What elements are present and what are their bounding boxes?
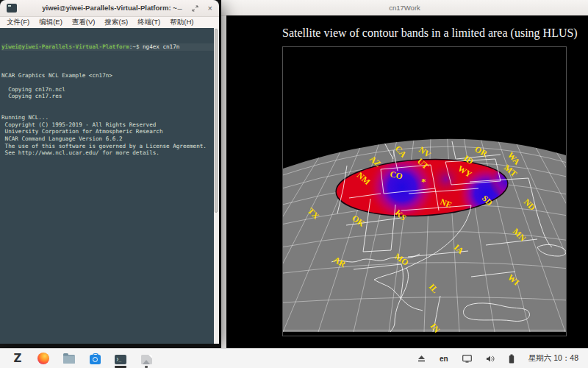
menu-item-0[interactable]: 文件(F) [7, 18, 29, 27]
taskbar-app-launcher[interactable]: Z [11, 349, 24, 368]
prompt-suffix: :~$ [129, 43, 140, 50]
taskbar-app-viewer[interactable] [140, 349, 153, 368]
terminal-line: The use of this software is governed by … [1, 143, 214, 150]
taskbar-app-firefox[interactable] [37, 349, 50, 368]
display-icon[interactable] [462, 355, 472, 363]
graphics-window-titlebar[interactable]: cn17Work [221, 0, 588, 16]
close-button[interactable]: × [208, 4, 212, 13]
firefox-icon [37, 353, 49, 364]
terminal-line [1, 100, 214, 107]
desktop: cn17Work Satellite view of contour bands… [0, 0, 588, 368]
terminal-line: University Corporation for Atmospheric R… [1, 128, 214, 135]
terminal-app-icon [7, 4, 17, 13]
restore-button[interactable] [192, 5, 198, 12]
ncl-graphics-window: cn17Work Satellite view of contour bands… [221, 0, 588, 348]
prompt-line: yiwei@yiwei-Parallels-Virtual-Platform:~… [1, 43, 214, 51]
terminal-line [1, 65, 214, 72]
terminal-output[interactable]: yiwei@yiwei-Parallels-Virtual-Platform:~… [0, 28, 214, 344]
menu-item-2[interactable]: 查看(V) [72, 18, 96, 27]
input-method-indicator[interactable]: en [440, 355, 448, 363]
taskbar-app-term[interactable] [114, 349, 127, 368]
typed-command: ng4ex cn17n [139, 43, 179, 50]
term-icon [115, 355, 126, 364]
terminal-line: Copying cn17n.ncl [1, 86, 214, 93]
menu-item-4[interactable]: 终端(T) [137, 18, 160, 27]
ncl-canvas: Satellite view of contour bands in a lim… [226, 15, 588, 348]
satellite-map: CANVUTAZNMORIDWAMTWYCOSDNDNEKSOKTXMNIAMO… [283, 47, 566, 336]
taskbar: Z en 星期六 10：48 [0, 348, 588, 368]
terminal-scrollbar[interactable] [214, 28, 219, 344]
terminal-menubar: 文件(F)编辑(E)查看(V)搜索(S)终端(T)帮助(H) [0, 17, 219, 28]
station-marker: * [421, 176, 426, 187]
terminal-line: Copying cn17.res [1, 93, 214, 100]
menu-item-5[interactable]: 帮助(H) [170, 18, 193, 27]
viewer-icon [141, 355, 152, 364]
launcher-icon: Z [14, 353, 22, 364]
terminal-line: Running NCL... [1, 114, 214, 121]
files-icon [63, 355, 75, 364]
terminal-line: NCAR Command Language Version 6.6.2 [1, 135, 214, 143]
plot-frame: CANVUTAZNMORIDWAMTWYCOSDNDNEKSOKTXMNIAMO… [282, 46, 567, 336]
terminal-window: yiwei@yiwei-Parallels-Virtual-Platform: … [0, 0, 219, 344]
menu-item-1[interactable]: 编辑(E) [39, 18, 62, 27]
volume-icon[interactable] [486, 355, 495, 363]
menu-item-3[interactable]: 搜索(S) [104, 18, 128, 27]
terminal-line: See http://www.ncl.ucar.edu/ for more de… [1, 149, 214, 157]
terminal-line: Copyright (C) 1995-2019 - All Rights Res… [1, 121, 214, 129]
terminal-titlebar[interactable]: yiwei@yiwei-Parallels-Virtual-Platform: … [0, 0, 219, 17]
terminal-line [1, 107, 214, 115]
plot-title: Satellite view of contour bands in a lim… [282, 26, 565, 40]
scrollbar-thumb[interactable] [215, 29, 218, 213]
battery-icon[interactable] [509, 354, 514, 364]
store-icon [90, 355, 101, 364]
minimize-button[interactable]: – [177, 4, 182, 13]
taskbar-apps: Z [0, 349, 153, 368]
clock[interactable]: 星期六 10：48 [528, 353, 578, 364]
terminal-line [1, 79, 214, 86]
system-tray: en 星期六 10：48 [417, 353, 588, 364]
taskbar-app-store[interactable] [88, 349, 101, 368]
terminal-line: NCAR Graphics NCL Example <cn17n> [1, 72, 214, 79]
taskbar-app-files[interactable] [62, 349, 76, 368]
restore-icon [192, 5, 198, 12]
prompt-user-host: yiwei@yiwei-Parallels-Virtual-Platform [1, 43, 129, 50]
eject-icon[interactable] [417, 355, 426, 362]
